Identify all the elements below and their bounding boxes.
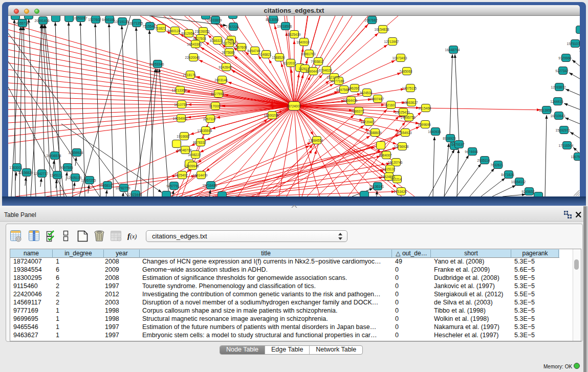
svg-text:16033809: 16033809 [207,18,222,22]
svg-text:10973493: 10973493 [393,56,407,60]
svg-text:10025433: 10025433 [395,111,410,114]
svg-text:1753426: 1753426 [394,190,407,193]
svg-text:2087682: 2087682 [364,18,378,22]
svg-text:12342737: 12342737 [34,172,49,176]
svg-text:16154838: 16154838 [375,28,389,31]
svg-text:12375115: 12375115 [402,86,417,90]
svg-text:2718176: 2718176 [183,73,196,77]
svg-text:1588520: 1588520 [272,56,285,59]
svg-text:117006: 117006 [209,104,220,108]
svg-text:16914479: 16914479 [193,173,208,177]
svg-text:10654112: 10654112 [511,180,526,184]
svg-text:15136141: 15136141 [369,185,384,188]
svg-text:20206578: 20206578 [47,154,61,158]
svg-text:10807487: 10807487 [369,97,384,101]
svg-text:15751074: 15751074 [567,42,580,46]
svg-text:9115460: 9115460 [419,106,431,110]
svg-text:252214: 252214 [390,178,402,181]
svg-text:13909948: 13909948 [184,164,199,168]
svg-text:17359928: 17359928 [69,151,83,155]
svg-text:3267110: 3267110 [203,117,216,121]
svg-text:17016504: 17016504 [559,144,574,147]
svg-text:1145131: 1145131 [50,173,63,177]
svg-text:16046708: 16046708 [177,148,192,152]
svg-text:7485063: 7485063 [399,70,412,73]
svg-text:12923448: 12923448 [127,193,142,196]
svg-text:7515540: 7515540 [142,25,156,28]
svg-text:8471626: 8471626 [501,173,514,177]
svg-text:13535594: 13535594 [198,129,212,133]
svg-text:14495758: 14495758 [401,116,416,119]
svg-text:10961763: 10961763 [301,52,316,56]
svg-text:2935114: 2935114 [477,159,490,162]
svg-text:1783001: 1783001 [9,166,23,169]
svg-text:8186323: 8186323 [210,39,223,42]
svg-text:1527602: 1527602 [88,18,101,21]
svg-text:1640935: 1640935 [428,130,441,134]
svg-text:17957255: 17957255 [81,179,96,182]
svg-text:8322037: 8322037 [283,61,296,65]
svg-text:10756928: 10756928 [394,145,409,148]
svg-text:12213967: 12213967 [384,40,399,43]
svg-text:14055714: 14055714 [14,21,29,25]
svg-text:9699695: 9699695 [418,123,431,126]
svg-text:16671355: 16671355 [128,21,143,25]
svg-text:9457791: 9457791 [166,184,180,188]
svg-text:10958107: 10958107 [99,184,114,187]
svg-text:(x): (x) [130,233,137,240]
svg-text:6479197: 6479197 [451,143,465,146]
svg-text:12093872: 12093872 [551,85,566,89]
svg-text:1167533: 1167533 [571,155,580,159]
svg-text:62160: 62160 [385,103,395,107]
svg-text:15716485: 15716485 [203,184,217,187]
svg-text:8813054: 8813054 [266,18,279,21]
svg-text:9329966: 9329966 [558,56,572,60]
svg-text:9327503: 9327503 [193,37,206,40]
svg-text:18724007: 18724007 [287,104,301,108]
svg-text:12156829: 12156829 [18,171,33,174]
svg-text:2803144: 2803144 [214,78,228,82]
svg-text:8678332: 8678332 [193,141,206,144]
svg-text:16543382: 16543382 [187,42,202,46]
svg-text:8912954: 8912954 [181,32,194,35]
svg-text:7625402: 7625402 [175,173,188,177]
svg-text:15692971: 15692971 [556,128,571,132]
svg-text:8990443: 8990443 [306,70,319,73]
svg-text:20053346: 20053346 [149,62,164,66]
svg-text:15720407: 15720407 [361,120,376,124]
svg-text:1640910: 1640910 [296,40,310,44]
svg-text:1916682: 1916682 [177,135,190,138]
svg-text:1615132: 1615132 [382,167,396,171]
svg-text:9084067: 9084067 [379,154,392,157]
svg-text:7955812: 7955812 [311,60,324,63]
svg-text:20364436: 20364436 [343,99,358,102]
svg-text:7386372: 7386372 [351,110,364,113]
svg-text:12213369: 12213369 [172,89,187,92]
svg-text:1244415: 1244415 [550,100,563,103]
svg-text:16448794: 16448794 [445,48,460,52]
svg-text:19654982: 19654982 [173,117,188,120]
svg-text:16782759: 16782759 [116,186,130,190]
svg-text:22420046: 22420046 [185,56,200,59]
svg-text:763822: 763822 [155,27,166,30]
svg-text:10688609: 10688609 [367,131,382,135]
svg-text:13325419: 13325419 [286,33,301,36]
svg-text:20691406: 20691406 [35,19,50,23]
svg-text:9097585: 9097585 [60,166,73,169]
svg-text:8938923: 8938923 [443,137,456,140]
svg-text:9245652: 9245652 [521,190,535,193]
svg-text:3875685: 3875685 [222,51,235,54]
svg-text:9242843: 9242843 [219,65,232,69]
svg-text:8427552: 8427552 [211,92,224,96]
svg-text:7357224: 7357224 [226,25,239,29]
svg-text:19218506: 19218506 [277,25,292,28]
svg-text:8454749: 8454749 [247,49,260,53]
svg-text:9474444: 9474444 [465,150,478,154]
svg-text:12505135: 12505135 [67,176,82,180]
svg-text:16120746: 16120746 [388,161,403,164]
svg-text:9777169: 9777169 [331,79,344,83]
svg-text:17654923: 17654923 [397,131,412,135]
svg-text:6466160: 6466160 [102,18,115,21]
svg-text:2367608: 2367608 [234,46,247,49]
svg-text:9146821: 9146821 [258,53,272,56]
